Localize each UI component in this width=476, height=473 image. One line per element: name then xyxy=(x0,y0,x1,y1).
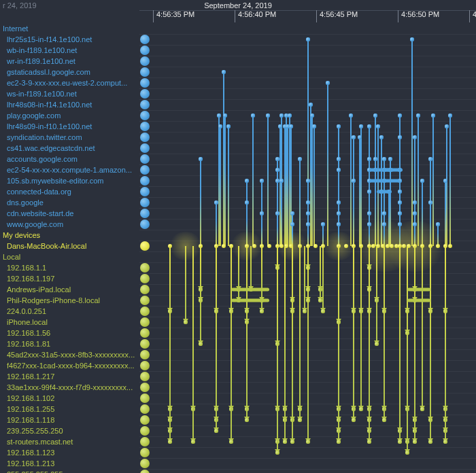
event-dot[interactable] xyxy=(191,407,195,411)
event-dot[interactable] xyxy=(214,429,218,433)
event-dot[interactable] xyxy=(358,135,362,139)
event-dot[interactable] xyxy=(405,451,409,455)
host-node-icon[interactable] xyxy=(140,165,150,175)
event-dot[interactable] xyxy=(191,440,195,444)
event-dot[interactable] xyxy=(278,124,282,128)
host-node-icon[interactable] xyxy=(140,111,150,120)
event-dot[interactable] xyxy=(405,440,409,444)
host-node-icon[interactable] xyxy=(140,154,150,164)
host-label[interactable]: lhr48s09-in-f10.1e100.net xyxy=(0,121,139,132)
event-dot[interactable] xyxy=(367,440,371,444)
host-label[interactable]: lhr25s15-in-f14.1e100.net xyxy=(0,34,139,45)
event-dot[interactable] xyxy=(376,124,380,128)
event-dot[interactable] xyxy=(306,287,310,292)
event-dot[interactable] xyxy=(337,429,341,433)
event-dot[interactable] xyxy=(359,309,363,313)
host-node-icon[interactable] xyxy=(140,100,150,109)
event-dot[interactable] xyxy=(428,309,432,313)
event-dot[interactable] xyxy=(260,179,264,183)
event-dot[interactable] xyxy=(199,342,203,346)
host-node-icon[interactable] xyxy=(140,89,150,99)
host-node-icon[interactable] xyxy=(140,361,150,370)
event-dot[interactable] xyxy=(398,244,402,248)
event-dot[interactable] xyxy=(443,440,447,444)
event-dot[interactable] xyxy=(337,168,341,172)
host-node-icon[interactable] xyxy=(140,470,150,473)
event-dot[interactable] xyxy=(199,157,203,161)
event-dot[interactable] xyxy=(367,222,371,226)
event-dot[interactable] xyxy=(275,342,279,346)
host-label[interactable]: 192.168.1.123 xyxy=(0,447,139,458)
host-node-icon[interactable] xyxy=(140,437,150,446)
event-dot[interactable] xyxy=(279,113,284,118)
event-dot[interactable] xyxy=(398,440,402,444)
host-label[interactable]: wb-in-f189.1e100.net xyxy=(0,45,139,56)
event-dot[interactable] xyxy=(428,244,432,248)
event-canvas[interactable] xyxy=(139,23,476,473)
event-dot[interactable] xyxy=(218,124,222,128)
event-dot[interactable] xyxy=(214,418,218,422)
event-dot[interactable] xyxy=(413,429,417,433)
event-dot[interactable] xyxy=(306,37,310,41)
event-dot[interactable] xyxy=(306,222,310,226)
event-dot[interactable] xyxy=(428,200,432,205)
host-label[interactable]: ec2-54-xx-xx-xx.compute-1.amazon... xyxy=(0,164,139,175)
event-dot[interactable] xyxy=(283,418,287,422)
host-node-icon[interactable] xyxy=(140,143,150,153)
event-dot[interactable] xyxy=(398,113,402,118)
host-label[interactable]: 239.255.255.250 xyxy=(0,425,139,436)
host-label[interactable]: 192.168.1.255 xyxy=(0,404,139,415)
event-dot[interactable] xyxy=(312,124,316,128)
event-dot[interactable] xyxy=(168,309,172,313)
event-dot[interactable] xyxy=(367,124,371,128)
event-dot[interactable] xyxy=(405,331,409,335)
host-node-icon[interactable] xyxy=(140,404,150,414)
event-dot[interactable] xyxy=(245,179,249,183)
event-dot[interactable] xyxy=(382,418,386,422)
event-dot[interactable] xyxy=(279,179,284,183)
event-dot[interactable] xyxy=(352,309,356,313)
event-dot[interactable] xyxy=(245,200,249,205)
event-dot[interactable] xyxy=(382,157,386,161)
event-dot[interactable] xyxy=(298,418,302,422)
event-dot[interactable] xyxy=(290,418,294,422)
event-dot[interactable] xyxy=(318,298,322,302)
event-dot[interactable] xyxy=(214,309,218,313)
event-dot[interactable] xyxy=(367,266,371,270)
event-dot[interactable] xyxy=(229,309,233,313)
event-dot[interactable] xyxy=(413,440,417,444)
event-dot[interactable] xyxy=(344,244,348,248)
event-dot[interactable] xyxy=(367,418,371,422)
host-node-icon[interactable] xyxy=(140,317,150,327)
host-label[interactable]: ws-in-f189.1e100.net xyxy=(0,88,139,99)
event-dot[interactable] xyxy=(428,440,432,444)
event-dot[interactable] xyxy=(168,418,172,422)
host-label[interactable]: ec2-3-9-xxx-xxx.eu-west-2.comput... xyxy=(0,77,139,88)
connection-segment[interactable] xyxy=(369,179,400,183)
event-dot[interactable] xyxy=(260,309,264,313)
event-dot[interactable] xyxy=(306,266,310,270)
host-label[interactable]: gstaticadssl.l.google.com xyxy=(0,67,139,77)
event-dot[interactable] xyxy=(413,211,417,215)
event-dot[interactable] xyxy=(298,407,302,411)
event-dot[interactable] xyxy=(413,222,417,226)
event-dot[interactable] xyxy=(306,200,310,205)
event-dot[interactable] xyxy=(420,244,424,248)
host-node-icon[interactable] xyxy=(140,306,150,316)
host-node-icon[interactable] xyxy=(140,415,150,425)
host-label[interactable]: 192.168.1.81 xyxy=(0,338,139,349)
event-dot[interactable] xyxy=(405,309,409,313)
event-dot[interactable] xyxy=(245,407,249,411)
connection-segment[interactable] xyxy=(231,288,269,292)
event-dot[interactable] xyxy=(275,266,279,270)
event-dot[interactable] xyxy=(398,429,402,433)
event-dot[interactable] xyxy=(443,407,447,411)
event-dot[interactable] xyxy=(402,244,406,248)
host-label[interactable]: dns.google xyxy=(0,197,139,208)
event-dot[interactable] xyxy=(367,244,371,248)
event-dot[interactable] xyxy=(359,124,363,128)
event-dot[interactable] xyxy=(226,124,231,128)
host-label[interactable]: 224.0.0.251 xyxy=(0,306,139,317)
event-dot[interactable] xyxy=(416,113,420,118)
event-dot[interactable] xyxy=(337,244,341,248)
